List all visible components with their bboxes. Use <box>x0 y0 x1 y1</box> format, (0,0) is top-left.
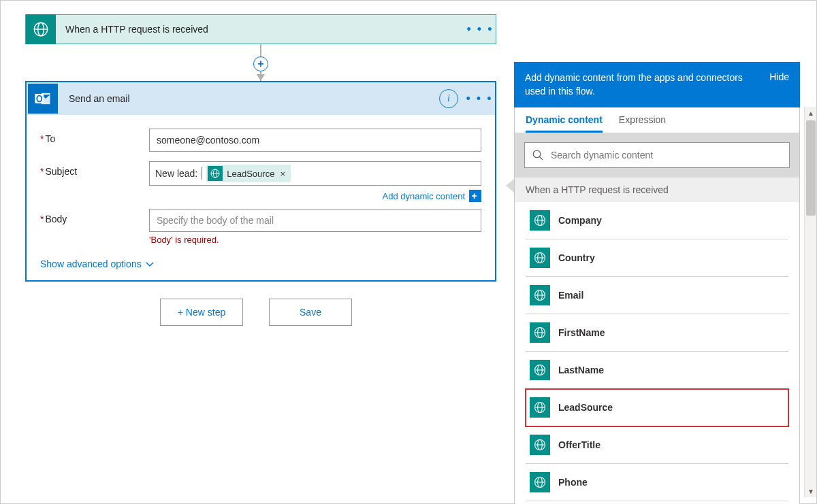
to-label: *To <box>40 129 149 144</box>
hide-panel-button[interactable]: Hide <box>763 71 789 82</box>
field-to: *To <box>40 129 481 152</box>
dynamic-item-label: LastName <box>558 365 604 375</box>
tab-expression[interactable]: Expression <box>619 114 666 133</box>
token-remove-button[interactable]: × <box>278 169 287 179</box>
dynamic-item-firstname[interactable]: FirstName <box>526 314 788 352</box>
body-error: 'Body' is required. <box>149 235 481 245</box>
svg-point-9 <box>533 150 541 158</box>
http-globe-icon <box>530 472 550 492</box>
search-icon <box>532 149 544 161</box>
action-title: Send an email <box>59 93 439 104</box>
search-box[interactable] <box>524 142 790 168</box>
dynamic-item-label: FirstName <box>558 327 605 338</box>
dynamic-item-label: OfferTitle <box>558 439 600 450</box>
plus-icon: + <box>469 190 481 202</box>
to-input[interactable] <box>149 129 481 152</box>
dynamic-item-country[interactable]: Country <box>526 239 788 277</box>
http-globe-icon <box>26 14 56 44</box>
dynamic-item-email[interactable]: Email <box>526 277 788 314</box>
subject-token-leadsource[interactable]: LeadSource × <box>206 165 291 182</box>
dynamic-content-panel: Add dynamic content from the apps and co… <box>514 62 800 504</box>
trigger-menu-button[interactable]: • • • <box>464 22 496 37</box>
insert-step-button[interactable]: + <box>253 56 268 71</box>
subject-text: New lead: <box>155 168 197 179</box>
http-globe-icon <box>530 360 550 380</box>
http-globe-icon <box>208 166 223 181</box>
http-globe-icon <box>530 210 550 231</box>
token-label: LeadSource <box>227 169 274 179</box>
scroll-down-button[interactable]: ▼ <box>805 485 817 497</box>
dynamic-item-lastname[interactable]: LastName <box>526 352 788 389</box>
chevron-down-icon <box>146 260 154 268</box>
dynamic-item-label: Company <box>558 215 602 226</box>
dynamic-item-phone[interactable]: Phone <box>526 464 788 501</box>
action-header[interactable]: Send an email i • • • <box>27 82 495 115</box>
svg-line-10 <box>539 156 543 160</box>
dynamic-item-offertitle[interactable]: OfferTitle <box>526 426 788 464</box>
dynamic-item-label: Country <box>558 252 595 263</box>
dynamic-item-label: LeadSource <box>558 402 613 413</box>
subject-input[interactable]: New lead: LeadSource × <box>149 161 481 186</box>
dynamic-items-list: CompanyCountryEmailFirstNameLastNameLead… <box>515 202 799 504</box>
panel-tabs: Dynamic content Expression <box>515 107 799 133</box>
field-subject: *Subject New lead: LeadSource × <box>40 161 481 202</box>
subject-label: *Subject <box>40 161 149 177</box>
panel-scrollbar[interactable]: ▲ ▼ <box>804 107 816 497</box>
http-globe-icon <box>530 248 550 268</box>
dynamic-item-leadsource[interactable]: LeadSource <box>526 389 788 426</box>
scroll-up-button[interactable]: ▲ <box>805 107 817 119</box>
http-globe-icon <box>530 397 550 418</box>
dynamic-header-text: Add dynamic content from the apps and co… <box>525 71 763 98</box>
dynamic-item-company[interactable]: Company <box>526 202 788 239</box>
body-label: *Body <box>40 209 149 224</box>
scroll-thumb[interactable] <box>806 120 816 216</box>
dynamic-panel-header: Add dynamic content from the apps and co… <box>514 62 800 107</box>
dynamic-item-label: Email <box>558 290 583 301</box>
footer-buttons: + New step Save <box>160 299 352 326</box>
body-input[interactable] <box>149 209 481 232</box>
tab-dynamic-content[interactable]: Dynamic content <box>526 114 603 133</box>
trigger-title: When a HTTP request is received <box>56 24 464 35</box>
trigger-card[interactable]: When a HTTP request is received • • • <box>25 14 496 44</box>
action-menu-button[interactable]: • • • <box>464 92 495 106</box>
http-globe-icon <box>530 285 550 305</box>
search-input[interactable] <box>551 150 782 161</box>
new-step-button[interactable]: + New step <box>160 299 243 326</box>
http-globe-icon <box>530 322 550 343</box>
info-icon[interactable]: i <box>439 89 458 108</box>
panel-pointer-icon <box>506 179 514 192</box>
dynamic-item-label: Phone <box>558 477 588 488</box>
action-card: Send an email i • • • *To *Subject New l… <box>25 81 496 282</box>
save-button[interactable]: Save <box>269 299 352 326</box>
outlook-icon <box>28 84 58 114</box>
show-advanced-options[interactable]: Show advanced options <box>40 258 154 269</box>
field-body: *Body 'Body' is required. <box>40 209 481 245</box>
dynamic-section-header: When a HTTP request is received <box>515 178 799 202</box>
http-globe-icon <box>530 435 550 455</box>
add-dynamic-content-link[interactable]: Add dynamic content + <box>149 190 481 202</box>
